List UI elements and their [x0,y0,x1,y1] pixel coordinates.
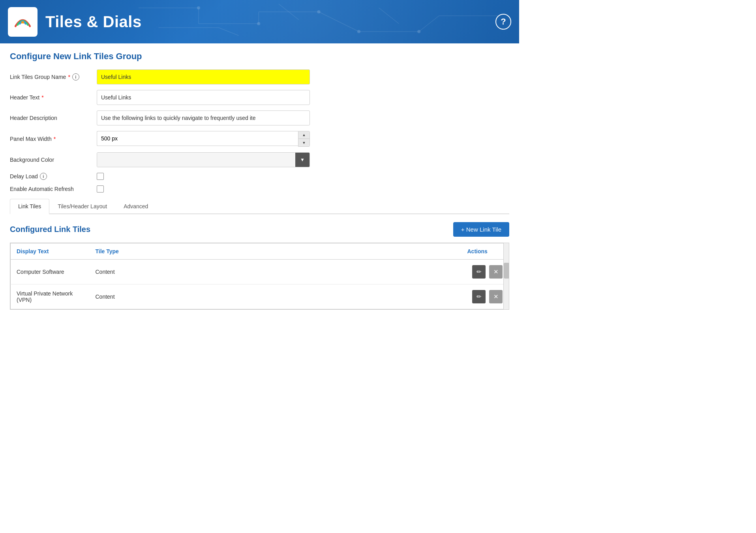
required-indicator: * [68,74,70,80]
svg-line-7 [419,16,439,32]
section-title: Configured Link Tiles [10,225,90,234]
link-tiles-table: Display Text Tile Type Actions Computer … [10,243,509,309]
edit-button-1[interactable]: ✏ [472,290,486,303]
actions-cell: ✏ ✕ [461,260,509,284]
spinner-buttons: ▲ ▼ [298,131,310,147]
svg-point-14 [257,22,260,25]
group-name-label: Link Tiles Group Name * i [10,73,97,80]
col-display-text: Display Text [11,243,90,260]
group-name-row: Link Tiles Group Name * i [10,69,509,84]
spinner-up-button[interactable]: ▲ [298,131,310,139]
header-desc-label: Header Description [10,115,97,121]
svg-point-15 [317,10,320,13]
new-link-tile-button[interactable]: + New Link Tile [453,222,509,237]
panel-width-control: ▲ ▼ [97,131,310,147]
header-desc-input[interactable] [97,110,310,125]
display-text-cell: Virtual Private Network (VPN) [11,284,90,309]
color-display [97,153,295,167]
tab-link-tiles[interactable]: Link Tiles [10,199,49,214]
tile-type-cell: Content [90,284,461,309]
page-title: Configure New Link Tiles Group [10,51,509,62]
delete-button-1[interactable]: ✕ [489,290,503,303]
col-tile-type: Tile Type [90,243,461,260]
scrollbar-track[interactable] [503,243,509,309]
svg-point-16 [357,30,360,33]
delete-button-0[interactable]: ✕ [489,265,503,279]
form-section: Link Tiles Group Name * i Header Text * … [10,69,509,193]
header-desc-row: Header Description [10,110,509,125]
tab-tiles-header-layout[interactable]: Tiles/Header Layout [49,199,115,214]
svg-line-5 [319,12,359,32]
panel-width-row: Panel Max Width * ▲ ▼ [10,131,509,147]
svg-line-10 [219,28,239,36]
main-content: Configure New Link Tiles Group Link Tile… [0,43,519,318]
tab-advanced[interactable]: Advanced [115,199,156,214]
app-header: Tiles & Dials ? [0,0,519,43]
help-button[interactable]: ? [495,14,511,30]
group-name-input[interactable] [97,69,310,84]
display-text-cell: Computer Software [11,260,90,284]
scrollbar-thumb[interactable] [504,263,509,279]
link-tiles-table-wrapper: Display Text Tile Type Actions Computer … [10,243,509,310]
panel-width-input[interactable] [97,131,298,146]
app-logo [8,7,38,37]
bg-color-row: Background Color ▼ [10,152,509,167]
col-actions: Actions [461,243,509,260]
header-text-input[interactable] [97,90,310,105]
edit-button-0[interactable]: ✏ [472,265,486,279]
delay-load-row: Delay Load i [10,173,509,180]
auto-refresh-checkbox[interactable] [97,185,104,193]
header-text-row: Header Text * [10,90,509,105]
delay-load-label: Delay Load i [10,173,97,180]
group-name-info-icon[interactable]: i [72,73,79,80]
panel-width-label: Panel Max Width * [10,136,97,142]
required-indicator: * [41,94,43,101]
svg-point-13 [197,6,200,9]
auto-refresh-row: Enable Automatic Refresh [10,185,509,193]
table-row: Virtual Private Network (VPN) Content ✏ … [11,284,509,309]
color-picker-control[interactable]: ▼ [97,152,310,167]
svg-point-17 [417,30,420,33]
table-header-row: Display Text Tile Type Actions [11,243,509,260]
spinner-down-button[interactable]: ▼ [298,139,310,146]
section-header: Configured Link Tiles + New Link Tile [10,222,509,237]
bg-color-label: Background Color [10,157,97,163]
delay-load-info-icon[interactable]: i [40,173,47,180]
auto-refresh-label: Enable Automatic Refresh [10,186,97,192]
tile-type-cell: Content [90,260,461,284]
required-indicator: * [54,136,56,142]
color-dropdown-button[interactable]: ▼ [295,153,310,167]
actions-cell: ✏ ✕ [461,284,509,309]
tabs-section: Link Tiles Tiles/Header Layout Advanced [10,198,509,214]
table-row: Computer Software Content ✏ ✕ [11,260,509,284]
delay-load-checkbox[interactable] [97,173,104,180]
circuit-decoration [118,0,519,43]
header-text-label: Header Text * [10,94,97,101]
svg-line-12 [379,8,399,24]
